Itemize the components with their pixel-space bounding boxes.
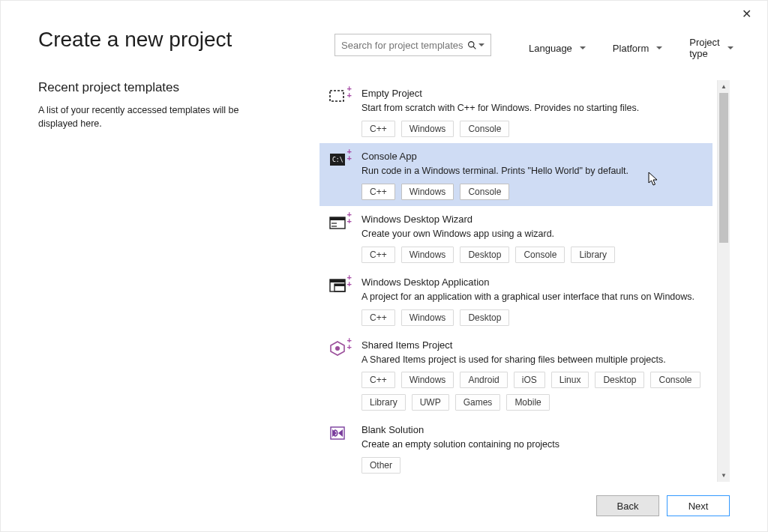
svg-point-0 [469, 41, 474, 46]
svg-point-13 [335, 346, 340, 351]
chevron-down-icon [478, 43, 484, 46]
template-tag: Desktop [460, 247, 509, 263]
scroll-thumb[interactable] [719, 93, 728, 243]
template-tags: Other [362, 457, 704, 474]
template-tag: Desktop [460, 309, 509, 326]
template-tag: C++ [362, 184, 395, 200]
template-tags: C++WindowsConsole [362, 184, 704, 200]
template-item[interactable]: ++Windows Desktop WizardCreate your own … [320, 206, 712, 269]
template-item[interactable]: ++Empty ProjectStart from scratch with C… [320, 80, 712, 143]
svg-rect-12 [334, 284, 345, 286]
language-filter-label: Language [529, 43, 572, 54]
template-description: Create an empty solution containing no p… [362, 438, 704, 451]
template-tag: Linux [551, 372, 590, 388]
template-item[interactable]: ++Windows Desktop ApplicationA project f… [320, 269, 712, 332]
svg-line-1 [473, 46, 476, 49]
template-title: Console App [362, 151, 704, 162]
template-tag: C++ [362, 247, 395, 263]
template-tag: Android [460, 372, 507, 388]
page-title: Create a new project [38, 28, 320, 52]
template-description: Run code in a Windows terminal. Prints "… [362, 165, 704, 178]
search-container[interactable] [334, 34, 491, 56]
template-tag: iOS [514, 372, 545, 388]
back-button[interactable]: Back [596, 495, 659, 516]
recent-templates-description: A list of your recently accessed templat… [38, 104, 248, 130]
chevron-down-icon [656, 46, 662, 49]
template-icon: ++ [328, 88, 350, 109]
language-filter[interactable]: Language [529, 37, 586, 59]
next-button[interactable]: Next [667, 495, 730, 516]
template-tags: C++WindowsDesktopConsoleLibrary [362, 247, 704, 263]
template-icon: C:\++ [328, 151, 350, 172]
template-tag: C++ [362, 372, 395, 388]
search-input[interactable] [341, 40, 467, 51]
template-description: Create your own Windows app using a wiza… [362, 228, 704, 241]
search-icon[interactable] [467, 40, 484, 50]
template-title: Windows Desktop Application [362, 276, 704, 288]
template-tags: C++WindowsConsole [362, 121, 704, 137]
scrollbar[interactable]: ▲ ▼ [717, 80, 730, 482]
template-icon: ++ [328, 214, 350, 235]
template-description: Start from scratch with C++ for Windows.… [362, 102, 704, 115]
template-icon: ++ [328, 276, 350, 297]
template-tag: Library [362, 394, 406, 411]
project-type-filter-label: Project type [689, 37, 719, 59]
template-tag: Windows [401, 121, 454, 137]
template-title: Blank Solution [362, 424, 704, 435]
template-icon: ++ [328, 339, 350, 360]
template-tag: Windows [401, 184, 454, 200]
template-tags: C++WindowsDesktop [362, 309, 704, 326]
template-title: Windows Desktop Wizard [362, 214, 704, 225]
chevron-down-icon [728, 46, 734, 49]
template-description: A Shared Items project is used for shari… [362, 354, 704, 366]
svg-text:C:\: C:\ [332, 157, 344, 163]
scroll-up-button[interactable]: ▲ [718, 80, 730, 93]
svg-rect-8 [332, 226, 337, 227]
template-title: Empty Project [362, 88, 704, 99]
platform-filter-label: Platform [613, 43, 649, 54]
scroll-down-button[interactable]: ▼ [718, 469, 730, 482]
svg-rect-6 [330, 217, 345, 220]
template-tag: Console [650, 372, 700, 388]
template-tag: Windows [401, 372, 454, 388]
platform-filter[interactable]: Platform [613, 37, 662, 59]
recent-templates-heading: Recent project templates [38, 80, 304, 95]
template-tags: C++WindowsAndroidiOSLinuxDesktopConsoleL… [362, 372, 704, 411]
svg-rect-2 [330, 91, 344, 101]
template-tag: UWP [412, 394, 449, 411]
template-tag: C++ [362, 309, 395, 326]
chevron-down-icon [580, 46, 586, 49]
template-tag: Mobile [506, 394, 549, 411]
template-item[interactable]: Blank SolutionCreate an empty solution c… [320, 417, 712, 480]
template-icon [328, 424, 350, 445]
template-description: A project for an application with a grap… [362, 291, 704, 303]
template-tag: Console [515, 247, 565, 263]
project-type-filter[interactable]: Project type [689, 37, 733, 59]
close-button[interactable]: ✕ [739, 7, 754, 21]
template-tag: Library [571, 247, 615, 263]
template-item[interactable]: ++Shared Items ProjectA Shared Items pro… [320, 332, 712, 417]
template-list: ++Empty ProjectStart from scratch with C… [320, 80, 717, 482]
template-tag: Windows [401, 309, 454, 326]
template-tag: Desktop [595, 372, 644, 388]
svg-rect-10 [330, 279, 345, 282]
template-tag: Games [455, 394, 501, 411]
template-tag: Other [362, 457, 400, 474]
svg-rect-7 [332, 223, 337, 224]
template-tag: Windows [401, 247, 454, 263]
template-title: Shared Items Project [362, 339, 704, 351]
template-tag: Console [460, 121, 509, 137]
template-tag: C++ [362, 121, 395, 137]
template-tag: Console [460, 184, 509, 200]
template-item[interactable]: C:\++Console AppRun code in a Windows te… [320, 143, 712, 206]
